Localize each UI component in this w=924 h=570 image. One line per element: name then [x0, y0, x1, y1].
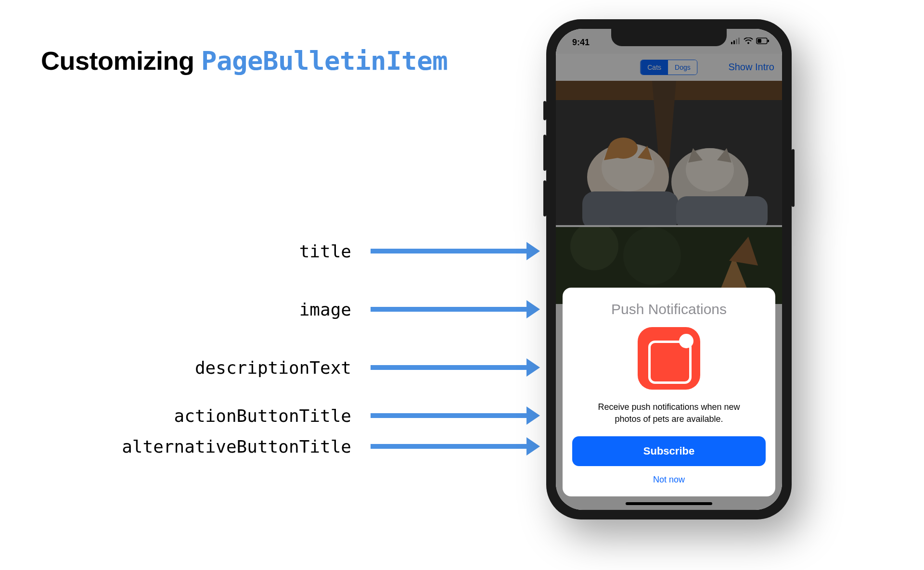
phone-mockup: Cats Dogs Show Intro [546, 19, 792, 519]
diagram-stage: Customizing PageBulletinItem title image… [0, 0, 924, 570]
svg-point-23 [747, 42, 749, 44]
battery-icon [756, 38, 770, 44]
cellular-icon [731, 38, 741, 44]
phone-body: Cats Dogs Show Intro [546, 19, 792, 519]
svg-rect-21 [736, 39, 737, 44]
bulletin-description: Receive push notifications when new phot… [590, 401, 748, 425]
bulletin-title: Push Notifications [572, 301, 766, 317]
phone-power-button [792, 149, 795, 207]
bulletin-card: Push Notifications Receive push notifica… [563, 288, 775, 496]
svg-rect-19 [731, 42, 732, 44]
svg-rect-25 [768, 40, 769, 42]
phone-screen: Cats Dogs Show Intro [556, 29, 782, 510]
status-time: 9:41 [572, 38, 590, 48]
bulletin-action-button[interactable]: Subscribe [572, 436, 766, 466]
heading: Customizing PageBulletinItem [41, 46, 448, 76]
home-indicator [626, 502, 712, 505]
svg-rect-26 [757, 39, 761, 43]
status-right-icons [731, 38, 770, 44]
bulletin-image [638, 327, 700, 390]
wifi-icon [744, 38, 753, 44]
label-description: descriptionText [101, 358, 351, 378]
heading-code: PageBulletinItem [201, 46, 448, 76]
label-image: image [101, 300, 351, 319]
label-action-button: actionButtonTitle [101, 406, 351, 426]
svg-rect-22 [738, 38, 740, 44]
phone-notch [611, 29, 727, 46]
svg-rect-20 [733, 40, 735, 44]
label-title: title [101, 241, 351, 261]
bulletin-alternative-button[interactable]: Not now [572, 472, 766, 488]
heading-prefix: Customizing [41, 46, 201, 75]
label-alternative-button: alternativeButtonTitle [101, 437, 351, 456]
